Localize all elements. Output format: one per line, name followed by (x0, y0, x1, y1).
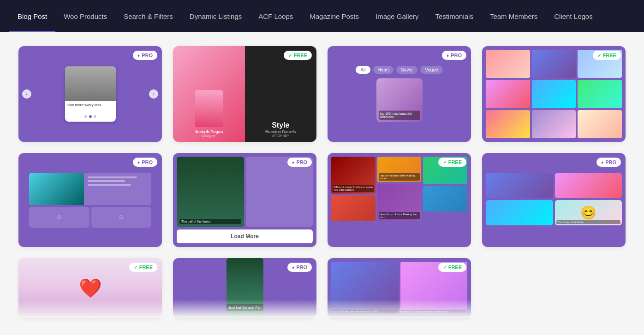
design-right-panel: +4 Style Brandon Daniels ATTORNEY (245, 46, 317, 142)
card-preview-messy: ♦ PRO 😊 The Power of a Smile (482, 153, 626, 247)
load-more-button[interactable]: Load More (177, 229, 313, 243)
badge-pro-carousel: ♦ PRO (133, 51, 157, 60)
lm-item-forest: The call of the forest (177, 157, 244, 227)
grid-item-7 (486, 110, 530, 138)
grid-item-8 (532, 110, 576, 138)
masonry-item-2 (331, 195, 376, 221)
carousel-dot-3[interactable] (94, 115, 96, 118)
grid-item-6 (578, 80, 622, 108)
diamond-icon-load-more: ♦ (292, 160, 294, 165)
card-grid-row2: ♦ PRO ⊕ ⊕ Lazy Load (18, 153, 626, 247)
carousel-dot-1[interactable] (84, 115, 87, 118)
card-lazy-load[interactable]: ♦ PRO ⊕ ⊕ Lazy Load (18, 153, 162, 247)
carousel-dot-2[interactable] (89, 115, 92, 118)
design-left-role: Designer (203, 134, 215, 137)
check-icon-row3-3: ✓ (443, 265, 447, 270)
card-filter[interactable]: ♦ PRO All Heart Savor Vogue top 100 most… (328, 46, 471, 142)
filter-tab-all[interactable]: All (356, 66, 370, 74)
diamond-icon-lazy: ♦ (137, 160, 140, 165)
badge-pro-messy: ♦ PRO (596, 158, 621, 167)
design-left-panel: Joseph Pagan Designer (173, 46, 245, 142)
card-messy-columns[interactable]: ♦ PRO 😊 The Power of a Smile Messy Colum… (482, 153, 626, 247)
masonry-item-4: How Us up old are Making the up... (377, 184, 422, 221)
messy-item-smiley: 😊 The Power of a Smile (555, 200, 622, 225)
nav-acf-loops[interactable]: ACF Loops (250, 0, 301, 32)
card-grid-row1: ♦ PRO ‹ Hike more worry less. › Carousel (18, 46, 626, 142)
check-icon-grid: ✓ (597, 53, 601, 58)
masonry-item-6 (423, 186, 467, 212)
masonry-item-1-text: Different online Articles to assist you … (333, 185, 374, 192)
badge-pro-lazy: ♦ PRO (133, 158, 157, 167)
nav-search-filters[interactable]: Search & Filters (115, 0, 181, 32)
nav-magazine-posts[interactable]: Magazine Posts (301, 0, 367, 32)
masonry-item-4-text: How Us up old are Making the up... (379, 212, 420, 219)
carousel-next-arrow[interactable]: › (149, 89, 158, 99)
filter-tabs: All Heart Savor Vogue (356, 66, 442, 74)
design-right-role: ATTORNEY (272, 134, 289, 137)
card-load-more[interactable]: ♦ PRO The call of the forest Load More L… (173, 153, 316, 247)
filter-tab-vogue[interactable]: Vogue (420, 66, 442, 74)
filter-preview-image: top 100 most beautiful actresses (376, 78, 423, 122)
card-preview-design-styles: ✓ FREE Joseph Pagan Designer +4 Style Br… (173, 46, 316, 142)
design-style-label: Style (272, 121, 289, 129)
grid-item-5 (532, 80, 576, 108)
main-nav: Blog Post Woo Products Search & Filters … (0, 0, 644, 32)
badge-free-masonry: ✓ FREE (438, 158, 466, 167)
check-icon-masonry: ✓ (443, 160, 447, 165)
diamond-icon-messy: ♦ (601, 160, 603, 165)
nav-testimonials[interactable]: Testimonials (427, 0, 482, 32)
lazy-card-small-1: ⊕ (29, 207, 89, 228)
card-preview-grid: ✓ FREE (482, 46, 626, 142)
carousel-prev-arrow[interactable]: ‹ (22, 89, 31, 99)
nav-image-gallery[interactable]: Image Gallery (367, 0, 427, 32)
filter-tab-savor[interactable]: Savor (396, 66, 417, 74)
messy-item-2 (555, 173, 622, 198)
lm-forest-text: The call of the forest (179, 219, 241, 224)
grid-item-4 (486, 80, 530, 108)
filter-tab-heart[interactable]: Heart (373, 66, 394, 74)
lazy-text-line-3 (88, 184, 131, 186)
nav-client-logos[interactable]: Client Logos (546, 0, 601, 32)
heart-emoji: ❤️ (79, 277, 102, 299)
masonry-col-2: Happy Holidays Birth Making the up... Ho… (377, 157, 422, 243)
badge-pro-row3-2: ♦ PRO (287, 263, 312, 272)
card-masonry[interactable]: ✓ FREE Different online Articles to assi… (328, 153, 471, 247)
card-preview-lazy: ♦ PRO ⊕ ⊕ (18, 153, 162, 247)
card-carousel[interactable]: ♦ PRO ‹ Hike more worry less. › Carousel (18, 46, 162, 142)
design-right-name: Brandon Daniels (265, 129, 296, 134)
grid-item-1 (486, 50, 530, 78)
fade-overlay (18, 300, 626, 318)
masonry-col-1: Different online Articles to assist you … (331, 157, 376, 243)
nav-woo-products[interactable]: Woo Products (55, 0, 115, 32)
card-preview-carousel: ♦ PRO ‹ Hike more worry less. › (18, 46, 162, 142)
lm-item-placeholder (246, 157, 313, 227)
diamond-icon-filter: ♦ (447, 53, 449, 58)
card-design-styles[interactable]: ✓ FREE Joseph Pagan Designer +4 Style Br… (173, 46, 316, 142)
design-left-name: Joseph Pagan (195, 129, 223, 134)
masonry-col-3 (423, 157, 467, 243)
card-grid-widget[interactable]: ✓ FREE Grid (482, 46, 626, 142)
lazy-text-block (88, 176, 149, 188)
loadmore-top-grid: The call of the forest (177, 157, 313, 227)
check-icon-row3-1: ✓ (134, 265, 137, 270)
masonry-item-1: Different online Articles to assist you … (331, 157, 376, 194)
carousel-dots (84, 115, 96, 118)
badge-free-row3-3: ✓ FREE (438, 263, 466, 272)
carousel-slide-text: Hike more worry less. (65, 101, 116, 109)
diamond-icon: ♦ (137, 53, 140, 58)
filter-image-caption: top 100 most beautiful actresses (379, 111, 420, 120)
carousel-slide-image (65, 66, 116, 101)
check-icon: ✓ (288, 53, 292, 58)
nav-dynamic-listings[interactable]: Dynamic Listings (181, 0, 250, 32)
masonry-item-3-text: Happy Holidays Birth Making the up... (379, 173, 420, 181)
card-grid-row3: ✓ FREE ❤️ ♦ PRO Just Let Go and Fall (18, 258, 626, 318)
nav-team-members[interactable]: Team Members (482, 0, 546, 32)
messy-smiley-text: The Power of a Smile (556, 220, 621, 224)
badge-free-row3-1: ✓ FREE (129, 263, 157, 272)
lazy-card-small-2: ⊕ (91, 207, 152, 228)
masonry-item-3: Happy Holidays Birth Making the up... (377, 157, 422, 182)
lazy-image (29, 173, 84, 205)
nav-blog-post[interactable]: Blog Post (9, 0, 55, 32)
lazy-bottom-row: ⊕ ⊕ (29, 207, 152, 228)
carousel-slide: Hike more worry less. (65, 66, 116, 122)
